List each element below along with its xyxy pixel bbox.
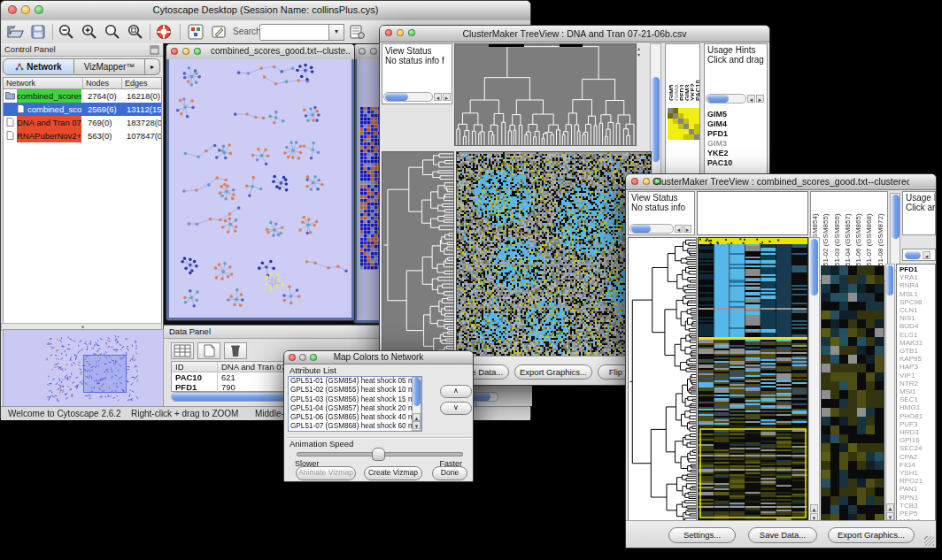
resize-grip[interactable] bbox=[924, 536, 934, 546]
scroll-up-icon[interactable]: ▴ bbox=[413, 413, 421, 421]
float-panel-icon[interactable] bbox=[150, 45, 159, 55]
attribute-list-item[interactable]: GPL51-06 (GSM865) heat shock 40 min bbox=[289, 413, 421, 422]
minimize-icon[interactable] bbox=[397, 29, 404, 36]
zoom-window-icon[interactable] bbox=[194, 48, 201, 55]
heatmap-global[interactable] bbox=[698, 237, 808, 524]
gene-label[interactable]: SEC24 bbox=[900, 444, 923, 452]
minimize-icon[interactable] bbox=[299, 354, 306, 361]
main-titlebar[interactable]: Cytoscape Desktop (Session Name: collins… bbox=[1, 1, 530, 21]
row-dendrogram[interactable] bbox=[628, 237, 697, 524]
attribute-list-item[interactable]: GPL51-02 (GSM855) heat shock 10 min bbox=[289, 386, 421, 395]
close-icon[interactable] bbox=[385, 29, 392, 36]
gene-label[interactable]: HRD3 bbox=[900, 428, 923, 436]
gene-label[interactable]: SPC98 bbox=[900, 298, 923, 306]
gene-label[interactable]: FIG4 bbox=[900, 461, 923, 469]
move-down-button[interactable]: ∨ bbox=[440, 402, 472, 415]
gene-label[interactable]: MAK31 bbox=[900, 339, 923, 347]
gene-label[interactable]: TCB3 bbox=[900, 502, 923, 510]
gene-label[interactable]: HAP3 bbox=[900, 363, 923, 371]
zoom-selected-icon[interactable] bbox=[127, 23, 144, 41]
gene-list-vscrollbar[interactable] bbox=[885, 264, 895, 523]
tab-network[interactable]: Network bbox=[3, 58, 74, 75]
network-list-row[interactable]: DNA and Tran 07769(0)183728(0) bbox=[4, 116, 161, 129]
gene-label[interactable]: VIP1 bbox=[900, 372, 923, 380]
tab-scroll-right-icon[interactable]: ▸ bbox=[145, 58, 160, 75]
search-input[interactable] bbox=[259, 24, 330, 41]
gene-label[interactable]: YRA1 bbox=[900, 273, 923, 281]
minimize-icon[interactable] bbox=[370, 48, 377, 55]
done-button[interactable]: Done bbox=[432, 466, 467, 480]
close-icon[interactable] bbox=[171, 48, 178, 55]
gene-label[interactable]: RPO21 bbox=[900, 477, 923, 485]
row-dendrogram[interactable] bbox=[382, 151, 454, 362]
scroll-right-icon[interactable]: ▸ bbox=[756, 95, 764, 103]
save-data-button[interactable]: Save Data... bbox=[748, 527, 817, 543]
scroll-left-icon[interactable]: ◂ bbox=[434, 93, 442, 101]
export-graphics-button[interactable]: Export Graphics... bbox=[514, 364, 592, 380]
close-icon[interactable] bbox=[8, 5, 17, 14]
treeview1-titlebar[interactable]: ClusterMaker TreeView : DNA and Tran 07-… bbox=[380, 26, 769, 42]
scroll-left-icon[interactable]: ◂ bbox=[747, 95, 755, 103]
gene-label[interactable]: BUD4 bbox=[900, 322, 923, 330]
scroll-left-icon[interactable]: ◂ bbox=[675, 225, 683, 233]
modify-network-icon[interactable] bbox=[187, 23, 205, 41]
move-up-button[interactable]: ∧ bbox=[440, 385, 472, 398]
network-view-1[interactable] bbox=[169, 59, 351, 318]
attribute-list[interactable]: GPL51-01 (GSM854) heat shock 05 minGPL51… bbox=[288, 376, 422, 432]
settings-button[interactable]: Settings... bbox=[668, 527, 736, 543]
splitter-arrows-icon[interactable]: ▴▾ bbox=[637, 45, 640, 58]
close-icon[interactable] bbox=[289, 354, 296, 361]
delete-attribute-icon[interactable] bbox=[224, 342, 247, 359]
gene-label[interactable]: PAC10 bbox=[707, 158, 732, 168]
network-window-1[interactable]: combined_scores_good.txt--cluste... bbox=[166, 43, 355, 321]
attribute-browser-icon[interactable] bbox=[348, 23, 366, 41]
attribute-list-item[interactable]: GPL51-01 (GSM854) heat shock 05 min bbox=[289, 377, 421, 386]
new-attribute-icon[interactable] bbox=[197, 342, 220, 359]
matrix-column-label[interactable]: PAC10 bbox=[694, 46, 699, 101]
heatmap-zoom-matrix[interactable] bbox=[668, 108, 699, 140]
open-file-icon[interactable] bbox=[6, 23, 24, 41]
gene-label[interactable]: SEC1 bbox=[900, 395, 923, 403]
gene-label[interactable]: ELG1 bbox=[900, 331, 923, 339]
gene-label[interactable]: GPI16 bbox=[900, 436, 923, 444]
annotation-icon[interactable] bbox=[210, 23, 228, 41]
gene-label[interactable]: NTR2 bbox=[900, 380, 923, 387]
save-session-icon[interactable] bbox=[29, 23, 47, 41]
scroll-down-icon[interactable]: ▾ bbox=[413, 421, 421, 429]
birdseye-view[interactable] bbox=[3, 329, 164, 407]
gene-label[interactable]: YSH1 bbox=[900, 469, 923, 477]
scroll-right-icon[interactable]: ▸ bbox=[683, 225, 691, 233]
gene-label[interactable]: MSL1 bbox=[900, 290, 923, 298]
usage-hscrollbar[interactable]: ◂ bbox=[902, 249, 936, 261]
tab-vizmapper[interactable]: VizMapper™ bbox=[74, 58, 145, 75]
close-icon[interactable] bbox=[631, 178, 638, 185]
gene-label[interactable]: RNR4 bbox=[900, 281, 923, 289]
gene-label[interactable]: PAN1 bbox=[900, 485, 923, 493]
scroll-left-icon[interactable]: ◂ bbox=[923, 251, 930, 259]
gene-label[interactable]: PHO81 bbox=[900, 412, 923, 420]
gene-label[interactable]: PEP5 bbox=[900, 510, 923, 518]
speed-slider-thumb[interactable] bbox=[372, 448, 385, 461]
scroll-up-icon[interactable]: ▴ bbox=[810, 504, 818, 512]
help-lifering-icon[interactable] bbox=[155, 23, 173, 41]
scroll-down-icon[interactable]: ▾ bbox=[886, 512, 894, 520]
search-dropdown-icon[interactable]: ▾ bbox=[328, 24, 344, 41]
network-list-row[interactable]: combined_scores2764(0)16218(0) bbox=[4, 89, 161, 103]
gene-label[interactable]: RPN1 bbox=[900, 494, 923, 502]
gene-label[interactable]: PFD1 bbox=[900, 265, 923, 273]
minimize-icon[interactable] bbox=[182, 48, 189, 55]
heatmap-zoom[interactable] bbox=[821, 265, 884, 524]
gene-label[interactable]: CLN1 bbox=[900, 306, 923, 314]
gene-label[interactable]: NIS1 bbox=[900, 314, 923, 322]
attribute-list-item[interactable]: GPL51-07 (GSM868) heat shock 60 min bbox=[289, 422, 421, 431]
treeview2-titlebar[interactable]: ClusterMaker TreeView : combined_scores_… bbox=[626, 174, 936, 190]
attribute-list-item[interactable]: GPL51-03 (GSM856) heat shock 15 min bbox=[289, 395, 421, 404]
zoom-out-icon[interactable] bbox=[58, 23, 75, 41]
attribute-list-item[interactable]: GPL51-04 (GSM857) heat shock 20 min bbox=[289, 404, 421, 413]
attribute-select-icon[interactable] bbox=[171, 342, 194, 359]
gene-label[interactable]: CPA2 bbox=[900, 453, 923, 461]
gene-label[interactable]: MSI1 bbox=[900, 387, 923, 395]
close-icon[interactable] bbox=[359, 48, 366, 55]
dialog-titlebar[interactable]: Map Colors to Network bbox=[284, 351, 473, 364]
heatmap-global[interactable] bbox=[456, 151, 652, 362]
